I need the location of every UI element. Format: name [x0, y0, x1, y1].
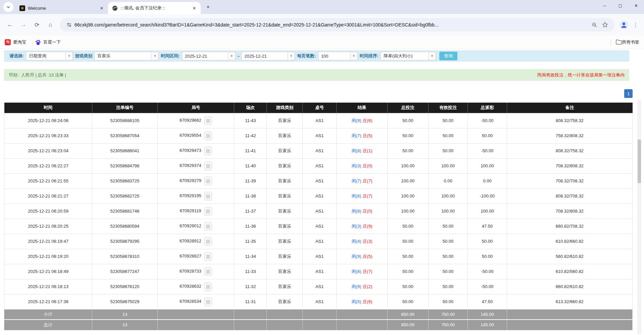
- date-start-select[interactable]: 2025-12-21 ▼: [182, 52, 236, 60]
- cell-total-bet[interactable]: 50.00: [387, 279, 428, 294]
- video-replay-icon[interactable]: ▤: [204, 116, 212, 125]
- tab-close-icon[interactable]: ✕: [191, 5, 197, 11]
- cell-payout: 100.00: [468, 158, 507, 173]
- col-time: 时间: [4, 103, 92, 113]
- scrollbar-thumb[interactable]: [638, 139, 641, 183]
- cell-table: AS1: [303, 158, 337, 173]
- video-replay-icon[interactable]: ▤: [204, 282, 212, 291]
- video-replay-icon[interactable]: ▤: [204, 297, 212, 306]
- profile-avatar[interactable]: [618, 19, 629, 30]
- cell-round-id: 670929195▤: [157, 188, 234, 204]
- forward-button[interactable]: →: [18, 19, 29, 31]
- cell-total-bet[interactable]: 50.00: [387, 294, 428, 309]
- cell-game: 百家乐: [267, 113, 303, 128]
- back-button[interactable]: ←: [4, 19, 16, 31]
- game-kind-label: 游戏类别: [75, 53, 92, 59]
- table-row: 2025-12-21 06:19:20 523058678310 6709288…: [4, 249, 633, 264]
- tab-betrecord[interactable]: :::视讯, 会员下注纪录::: ✕: [108, 2, 201, 14]
- home-button[interactable]: ⌂: [45, 19, 56, 31]
- url-text[interactable]: 66cxkj98.com/game/betrecord_search/kind3…: [75, 22, 589, 27]
- video-replay-icon[interactable]: ▤: [204, 131, 212, 140]
- vertical-scrollbar[interactable]: [637, 99, 641, 334]
- folder-icon: [616, 40, 622, 45]
- cell-bet-id: 523058687054: [92, 128, 158, 143]
- zoom-icon[interactable]: [590, 20, 599, 29]
- cell-game: 百家乐: [267, 249, 303, 264]
- cell-total-bet[interactable]: 100.00: [387, 188, 428, 204]
- video-replay-icon[interactable]: ▤: [204, 162, 212, 170]
- sort-select[interactable]: 降幂(由大到小) ▼: [381, 52, 436, 60]
- cell-total-bet[interactable]: 50.00: [387, 113, 428, 128]
- date-range-label: 时间区间:: [161, 53, 180, 59]
- cell-time: 2025-12-21 06:20:25: [4, 219, 92, 234]
- new-tab-button[interactable]: +: [203, 2, 213, 12]
- video-replay-icon[interactable]: ▤: [204, 222, 212, 231]
- cell-note: 808.32/758.32: [507, 143, 632, 158]
- cell-total-bet[interactable]: 50.00: [387, 128, 428, 143]
- total-count: 13: [92, 320, 158, 330]
- video-replay-icon[interactable]: ▤: [204, 147, 212, 155]
- date-end-select[interactable]: 2025-12-21 ▼: [241, 52, 295, 60]
- cell-total-bet[interactable]: 50.00: [387, 234, 428, 249]
- video-replay-icon[interactable]: ▤: [204, 207, 212, 216]
- cell-valid-bet: 50.00: [428, 249, 468, 264]
- cell-total-bet[interactable]: 100.00: [387, 204, 428, 219]
- menu-kebab-icon[interactable]: ⋮: [631, 20, 641, 30]
- cell-total-bet[interactable]: 50.00: [387, 264, 428, 279]
- cell-table: AS1: [303, 204, 337, 219]
- cell-result: 闲(7)庄(5): [337, 128, 388, 143]
- table-row: 2025-12-21 06:18:49 523058677247 6709287…: [4, 264, 633, 279]
- result-player: 闲(5): [352, 299, 361, 304]
- col-total-bet: 总投注: [387, 103, 428, 113]
- cell-table: AS1: [303, 294, 337, 309]
- game-kind-select[interactable]: 百家乐 ▼: [94, 52, 159, 60]
- cell-result: 闲(3)庄(0): [337, 158, 388, 173]
- cell-total-bet[interactable]: 50.00: [387, 249, 428, 264]
- browser-window: ♚ Welcome ✕ :::视讯, 会员下注纪录::: ✕ + ─ ▢ ✕ ←…: [0, 0, 644, 335]
- cell-round-id: 670928827▤: [157, 249, 234, 264]
- maximize-button[interactable]: ▢: [612, 0, 628, 11]
- cell-total-bet[interactable]: 50.00: [387, 143, 428, 158]
- page-size-select[interactable]: 100 ▼: [318, 52, 358, 60]
- col-valid-bet: 有效投注: [428, 103, 468, 113]
- page-1-button[interactable]: 1: [624, 89, 633, 98]
- video-replay-icon[interactable]: ▤: [204, 177, 212, 185]
- tab-close-icon[interactable]: ✕: [99, 5, 105, 11]
- cell-bet-id: 523058683725: [92, 173, 158, 188]
- all-bookmarks[interactable]: 所有书签: [611, 39, 639, 46]
- bookmark-star-icon[interactable]: [601, 20, 609, 29]
- cell-payout: -50.00: [468, 113, 507, 128]
- tab-search-button[interactable]: [3, 2, 13, 12]
- address-bar[interactable]: 66cxkj98.com/game/betrecord_search/kind3…: [60, 18, 614, 32]
- cell-valid-bet: 50.00: [428, 279, 468, 294]
- video-replay-icon[interactable]: ▤: [204, 237, 212, 246]
- video-replay-icon[interactable]: ▤: [204, 252, 212, 261]
- summary-bar: 币别 : 人民币 | 总共 :13 注单 | 同局有效投注，统一计算在该局第一张…: [4, 69, 629, 81]
- chevron-down-icon: [6, 5, 10, 9]
- bookmark-baidu[interactable]: 百度一下: [35, 39, 61, 45]
- search-button[interactable]: 查询: [439, 52, 457, 60]
- bet-record-table: 时间 注单编号 局号 场次 游戏类别 桌号 结果 总投注 有效投注 总派彩 备注…: [4, 103, 633, 330]
- close-window-button[interactable]: ✕: [628, 0, 644, 11]
- cell-table: AS1: [303, 113, 337, 128]
- cell-game: 百家乐: [267, 204, 303, 219]
- cell-bet-id: 523058676120: [92, 279, 158, 294]
- bookmark-taobao[interactable]: 淘 爱淘宝: [5, 39, 26, 45]
- cell-bet-id: 523058680594: [92, 219, 158, 234]
- video-replay-icon[interactable]: ▤: [204, 192, 212, 201]
- video-replay-icon[interactable]: ▤: [204, 267, 212, 276]
- all-bookmarks-label: 所有书签: [622, 39, 639, 45]
- cell-result: 闲(9)庄(6): [337, 113, 388, 128]
- site-info-icon[interactable]: [65, 20, 73, 29]
- tab-welcome[interactable]: ♚ Welcome ✕: [15, 2, 108, 14]
- cell-total-bet[interactable]: 50.00: [387, 219, 428, 234]
- col-round-id: 局号: [157, 103, 234, 113]
- query-type-select[interactable]: 日期查询 ▼: [26, 52, 73, 60]
- minimize-button[interactable]: ─: [597, 0, 612, 11]
- cell-total-bet[interactable]: 100.00: [387, 173, 428, 188]
- cell-game: 百家乐: [267, 219, 303, 234]
- result-player: 闲(4): [352, 239, 361, 244]
- reload-button[interactable]: ⟳: [31, 19, 43, 31]
- cell-total-bet[interactable]: 100.00: [387, 158, 428, 173]
- cell-time: 2025-12-21 06:24:06: [4, 113, 92, 128]
